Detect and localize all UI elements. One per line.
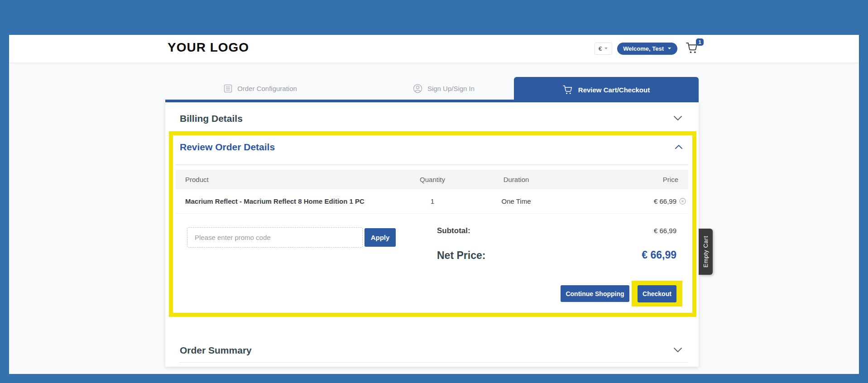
product-name: Macrium Reflect - Macrium Reflect 8 Home… [176,197,387,205]
checkout-highlight: Checkout [632,281,682,306]
checkout-steps-tabbar: Order Configuration Sign Up/Sign In [165,77,699,102]
summary-collapse-toggle[interactable] [674,348,682,352]
chevron-down-icon [674,116,682,120]
welcome-user-label: Welcome, Test [623,45,664,52]
header: YOUR LOGO € Welcome, Test [9,35,859,62]
page-frame: YOUR LOGO € Welcome, Test [0,0,868,383]
product-price: € 66,99 [654,197,676,205]
tab-label: Order Configuration [237,85,297,92]
header-controls: € Welcome, Test [595,42,700,55]
continue-shopping-button[interactable]: Continue Shopping [561,285,629,302]
column-header-quantity: Quantity [387,176,478,183]
product-duration: One Time [478,197,555,205]
subtotal-value: € 66,99 [654,227,676,235]
welcome-user-button[interactable]: Welcome, Test [617,43,677,55]
column-header-duration: Duration [478,176,555,183]
cart-count-badge: 1 [696,38,704,46]
checkout-card: Billing Details Review Order Details [165,102,699,367]
tab-sign-up-sign-in[interactable]: Sign Up/Sign In [355,77,532,100]
currency-symbol: € [599,45,602,52]
column-header-product: Product [176,176,387,183]
chevron-down-icon [674,348,682,352]
tab-review-cart-checkout[interactable]: Review Cart/Checkout [514,77,699,102]
review-order-details-title: Review Order Details [180,142,275,153]
order-form-icon [224,84,232,93]
divider [176,164,688,165]
product-quantity: 1 [387,197,478,205]
empty-cart-tab[interactable]: Empty Cart [699,229,713,275]
net-price-value: € 66,99 [642,249,676,261]
page-content: YOUR LOGO € Welcome, Test [9,35,859,374]
checkout-button[interactable]: Checkout [638,285,676,302]
review-collapse-toggle[interactable] [675,145,682,149]
tab-label: Sign Up/Sign In [427,85,475,92]
currency-selector[interactable]: € [595,43,612,55]
billing-details-title: Billing Details [180,113,243,124]
billing-collapse-toggle[interactable] [674,116,682,120]
chevron-up-icon [675,145,682,149]
divider [179,362,688,363]
order-summary-title: Order Summary [180,345,252,356]
net-price-label: Net Price: [437,249,485,262]
empty-cart-label: Empty Cart [702,236,709,268]
chevron-down-icon [667,47,671,50]
tab-label: Review Cart/Checkout [578,86,650,94]
review-order-highlight-box: Review Order Details Product Quantity Du… [169,131,696,317]
order-table-header: Product Quantity Duration Price [176,170,688,189]
apply-promo-button[interactable]: Apply [364,228,396,247]
promo-code-input[interactable] [187,227,363,248]
cart-button[interactable]: 1 [686,42,700,55]
chevron-down-icon [604,47,608,50]
logo: YOUR LOGO [168,40,249,55]
subtotal-label: Subtotal: [437,226,470,235]
column-header-price: Price [555,176,688,183]
tab-order-configuration[interactable]: Order Configuration [165,77,355,100]
user-icon [413,84,422,93]
cart-icon [563,85,573,95]
table-row: Macrium Reflect - Macrium Reflect 8 Home… [176,189,688,214]
remove-item-icon[interactable] [679,198,686,205]
